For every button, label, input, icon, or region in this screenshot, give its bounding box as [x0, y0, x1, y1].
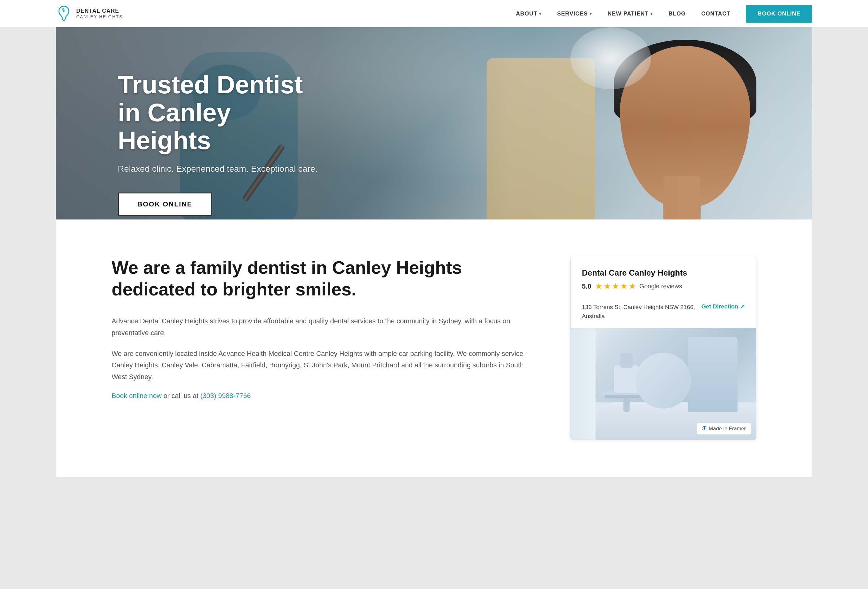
nav-new-patient[interactable]: NEW PATIENT ▾ [608, 10, 653, 17]
hero-title: Trusted Dentist in Canley Heights [118, 71, 329, 155]
nav-contact[interactable]: CONTACT [701, 10, 730, 17]
star-1: ★ [595, 282, 602, 291]
services-chevron: ▾ [590, 12, 592, 16]
star-rating: ★ ★ ★ ★ ★ [595, 282, 636, 291]
main-paragraph-1: Advance Dental Canley Heights strives to… [112, 315, 539, 338]
get-direction-link[interactable]: Get Direction ↗ [701, 303, 745, 310]
logo-icon [56, 5, 72, 22]
hero-content: Trusted Dentist in Canley Heights Relaxe… [56, 27, 329, 220]
made-in-framer-badge: ℱ Made in Framer [697, 422, 751, 435]
svg-rect-3 [623, 396, 630, 412]
google-photo: ℱ Made in Framer [571, 328, 756, 440]
navbar: DENTAL CARE CANLEY HEIGHTS ABOUT ▾ SERVI… [0, 0, 868, 27]
main-heading: We are a family dentist in Canley Height… [112, 257, 539, 300]
phone-text-link[interactable]: (303) 9988-7766 [200, 392, 251, 400]
office-counter [636, 353, 691, 409]
star-3: ★ [612, 282, 619, 291]
logo-name-top: DENTAL CARE [76, 8, 123, 15]
navbar-wrapper: DENTAL CARE CANLEY HEIGHTS ABOUT ▾ SERVI… [0, 0, 868, 27]
svg-rect-1 [614, 365, 639, 393]
google-card-header: Dental Care Canley Heights 5.0 ★ ★ ★ ★ ★… [571, 257, 756, 303]
book-online-nav-button[interactable]: BOOK ONLINE [746, 5, 812, 23]
office-equipment [688, 337, 738, 412]
main-paragraph-2: We are conveniently located inside Advan… [112, 348, 539, 382]
nav-links: ABOUT ▾ SERVICES ▾ NEW PATIENT ▾ BLOG CO… [516, 5, 812, 23]
google-reviews-label: Google reviews [639, 283, 682, 290]
google-card: Dental Care Canley Heights 5.0 ★ ★ ★ ★ ★… [570, 257, 756, 440]
hero-section: Trusted Dentist in Canley Heights Relaxe… [56, 27, 812, 220]
logo-text: DENTAL CARE CANLEY HEIGHTS [76, 8, 123, 19]
made-in-framer-label: Made in Framer [709, 426, 746, 432]
nav-about[interactable]: ABOUT ▾ [516, 10, 542, 17]
logo-name-bottom: CANLEY HEIGHTS [76, 14, 123, 19]
page-wrapper: DENTAL CARE CANLEY HEIGHTS ABOUT ▾ SERVI… [0, 0, 868, 589]
main-para3-prefix: or call us at [164, 392, 201, 400]
svg-rect-2 [620, 353, 633, 368]
hero-subtitle: Relaxed clinic. Experienced team. Except… [118, 164, 329, 174]
new-patient-chevron: ▾ [650, 12, 653, 16]
google-address: 136 Torrens St, Canley Heights NSW 2166,… [582, 303, 696, 320]
main-content: We are a family dentist in Canley Height… [56, 220, 812, 477]
google-rating-row: 5.0 ★ ★ ★ ★ ★ Google reviews [582, 282, 745, 291]
framer-logo: ℱ [702, 425, 706, 432]
main-paragraph-3: Book online now or call us at (303) 9988… [112, 392, 539, 400]
book-online-text-link[interactable]: Book online now [112, 392, 161, 400]
book-online-hero-button[interactable]: BOOK ONLINE [118, 192, 212, 216]
office-wall [571, 328, 595, 440]
star-4: ★ [620, 282, 627, 291]
google-card-title: Dental Care Canley Heights [582, 268, 745, 278]
nav-services[interactable]: SERVICES ▾ [557, 10, 592, 17]
google-address-row: 136 Torrens St, Canley Heights NSW 2166,… [571, 303, 756, 328]
star-5: ★ [629, 282, 636, 291]
google-score: 5.0 [582, 282, 592, 291]
logo-link[interactable]: DENTAL CARE CANLEY HEIGHTS [56, 5, 123, 22]
main-text-column: We are a family dentist in Canley Height… [112, 257, 539, 400]
nav-blog[interactable]: BLOG [668, 10, 686, 17]
about-chevron: ▾ [539, 12, 542, 16]
star-2: ★ [604, 282, 611, 291]
